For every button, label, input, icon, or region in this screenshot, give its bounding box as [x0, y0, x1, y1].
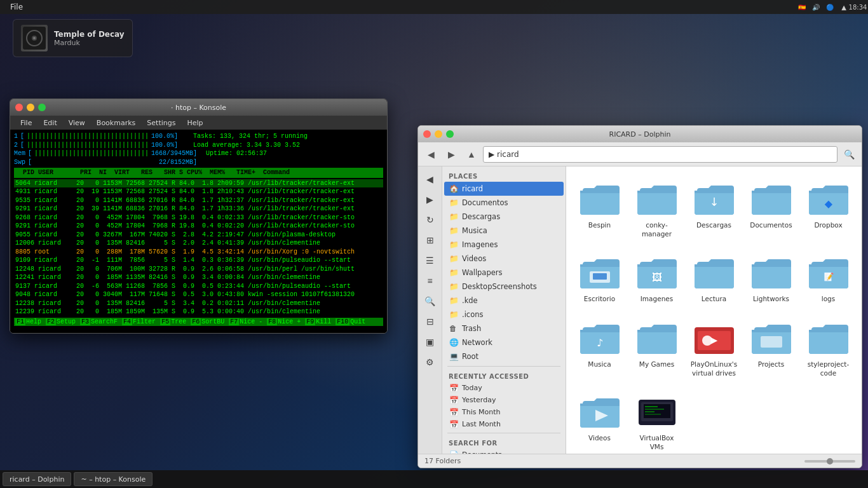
recently-this-month[interactable]: 📅 This Month — [444, 406, 564, 418]
folder-lectura[interactable]: Lectura — [687, 247, 741, 309]
svg-rect-7 — [593, 273, 607, 280]
folder-escritorio-label: Escritorio — [584, 295, 615, 304]
search-documents[interactable]: 📄 Documents — [444, 449, 564, 454]
htop-menubar: File Edit View Bookmarks Settings Help — [10, 116, 387, 130]
htop-menu-bookmarks[interactable]: Bookmarks — [92, 118, 140, 128]
places-desktopscreenshots-label: DesktopScreenshots — [462, 282, 537, 291]
svg-text:▶: ▶ — [710, 335, 717, 345]
nav-split-btn[interactable]: ⊟ — [421, 313, 439, 330]
nav-back-icon-btn[interactable]: ◀ — [421, 170, 439, 188]
folder-dropbox[interactable]: ◆ Dropbox — [801, 173, 855, 243]
folder-lightworks[interactable]: Lightworks — [744, 247, 798, 309]
nav-search-icon-btn[interactable]: 🔍 — [421, 292, 439, 310]
nav-details-view-btn[interactable]: ≡ — [421, 272, 439, 290]
bluetooth-icon[interactable]: 🔵 — [825, 2, 835, 12]
places-item-ricard[interactable]: 🏠 ricard — [444, 182, 564, 196]
album-art — [21, 25, 48, 51]
folder-videos-icon — [580, 391, 620, 431]
svg-text:◆: ◆ — [824, 198, 832, 210]
folder-videos[interactable]: Videos — [573, 386, 627, 454]
folder-descargas[interactable]: ↓ Descargas — [687, 173, 741, 243]
up-btn[interactable]: ▲ — [463, 146, 480, 163]
system-tray: 🇪🇸 🔊 🔵 ▲ 18:34 — [797, 2, 863, 12]
forward-btn[interactable]: ▶ — [442, 146, 460, 163]
folder-conky[interactable]: conky-manager — [630, 173, 684, 243]
svg-rect-23 — [645, 414, 661, 415]
places-item-desktopscreenshots[interactable]: 📁 DesktopScreenshots — [444, 280, 564, 294]
back-btn[interactable]: ◀ — [422, 146, 440, 163]
places-divider — [447, 366, 560, 367]
taskbar-dolphin[interactable]: ricard – Dolphin — [3, 472, 71, 486]
audio-icon[interactable]: 🔊 — [811, 2, 821, 12]
htop-max-btn[interactable] — [38, 104, 46, 111]
places-item-videos[interactable]: 📁 Videos — [444, 252, 564, 266]
address-bar[interactable]: ▶ ricard — [483, 146, 837, 163]
music-info: Temple of Decay Marduk — [54, 30, 125, 47]
htop-menu-help[interactable]: Help — [182, 118, 208, 128]
recently-thismonth-label: This Month — [462, 408, 500, 416]
htop-menu-edit[interactable]: Edit — [38, 118, 62, 128]
top-menu-file[interactable]: File — [5, 1, 28, 13]
search-documents-label: Documents — [462, 451, 502, 454]
folder-styleproject-label: styleproject-code — [804, 360, 853, 377]
folder-escritorio[interactable]: Escritorio — [573, 247, 627, 309]
folder-conky-icon — [637, 178, 677, 219]
places-item-root[interactable]: 💻 Root — [444, 349, 564, 363]
folder-vbox[interactable]: VirtualBox VMs — [630, 386, 684, 454]
folder-bespin[interactable]: Bespin — [573, 173, 627, 243]
folder-mygames-icon — [637, 317, 677, 358]
recently-today[interactable]: 📅 Today — [444, 382, 564, 394]
folder-icon: 📁 — [449, 198, 459, 207]
folder-documentos[interactable]: Documentos — [744, 173, 798, 243]
places-wallpapers-label: Wallpapers — [462, 268, 503, 277]
folder-projects[interactable]: Projects — [744, 312, 798, 383]
trash-icon: 🗑 — [449, 324, 457, 333]
taskbar-konsole-label: ~ – htop – Konsole — [81, 475, 146, 484]
htop-menu-settings[interactable]: Settings — [142, 118, 180, 128]
htop-close-btn[interactable] — [15, 104, 23, 111]
places-musica-label: Musica — [462, 226, 487, 235]
nav-forward-icon-btn[interactable]: ▶ — [421, 191, 439, 208]
recently-yesterday-label: Yesterday — [462, 396, 496, 404]
places-item-musica[interactable]: 📁 Musica — [444, 224, 564, 238]
folder-logs[interactable]: 📝 logs — [801, 247, 855, 309]
nav-icons-view-btn[interactable]: ⊞ — [421, 231, 439, 249]
dolphin-min-btn[interactable] — [435, 130, 442, 138]
places-item-imagenes[interactable]: 📁 Imagenes — [444, 238, 564, 252]
svg-text:📝: 📝 — [824, 271, 834, 282]
taskbar-konsole[interactable]: ~ – htop – Konsole — [74, 472, 153, 486]
folder-styleproject[interactable]: styleproject-code — [801, 312, 855, 383]
folder-mygames[interactable]: My Games — [630, 312, 684, 383]
htop-menu-file[interactable]: File — [15, 118, 37, 128]
places-item-icons[interactable]: 📁 .icons — [444, 308, 564, 322]
folder-lectura-label: Lectura — [702, 295, 726, 304]
search-btn[interactable]: 🔍 — [840, 146, 858, 163]
nav-settings-icon-btn[interactable]: ⚙ — [421, 353, 439, 371]
places-item-documentos[interactable]: 📁 Documentos — [444, 196, 564, 210]
folder-imagenes[interactable]: 🖼 Imagenes — [630, 247, 684, 309]
recently-last-month[interactable]: 📅 Last Month — [444, 418, 564, 430]
folder-documentos-icon — [751, 178, 792, 219]
places-item-kde[interactable]: 📁 .kde — [444, 294, 564, 308]
folder-pol[interactable]: ▶ PlayOnLinux's virtual drives — [687, 312, 741, 383]
nav-list-view-btn[interactable]: ☰ — [421, 252, 439, 269]
dolphin-max-btn[interactable] — [446, 130, 454, 138]
zoom-slider[interactable] — [804, 460, 855, 463]
computer-icon: 💻 — [449, 352, 459, 361]
places-item-network[interactable]: 🌐 Network — [444, 336, 564, 349]
nav-refresh-icon-btn[interactable]: ↻ — [421, 211, 439, 229]
folder-icon: 📁 — [449, 310, 459, 319]
places-item-trash[interactable]: 🗑 Trash — [444, 322, 564, 336]
svg-rect-21 — [645, 409, 664, 410]
places-item-wallpapers[interactable]: 📁 Wallpapers — [444, 266, 564, 280]
places-icons-label: .icons — [462, 310, 484, 319]
htop-min-btn[interactable] — [27, 104, 34, 111]
folder-dropbox-icon: ◆ — [808, 178, 849, 219]
folder-musica[interactable]: ♪ Musica — [573, 312, 627, 383]
recently-yesterday[interactable]: 📅 Yesterday — [444, 394, 564, 406]
nav-terminal-btn[interactable]: ▣ — [421, 333, 439, 351]
htop-menu-view[interactable]: View — [64, 118, 90, 128]
places-item-descargas[interactable]: 📁 Descargas — [444, 210, 564, 224]
network-icon[interactable]: ▲ — [839, 2, 849, 12]
dolphin-close-btn[interactable] — [423, 130, 431, 138]
